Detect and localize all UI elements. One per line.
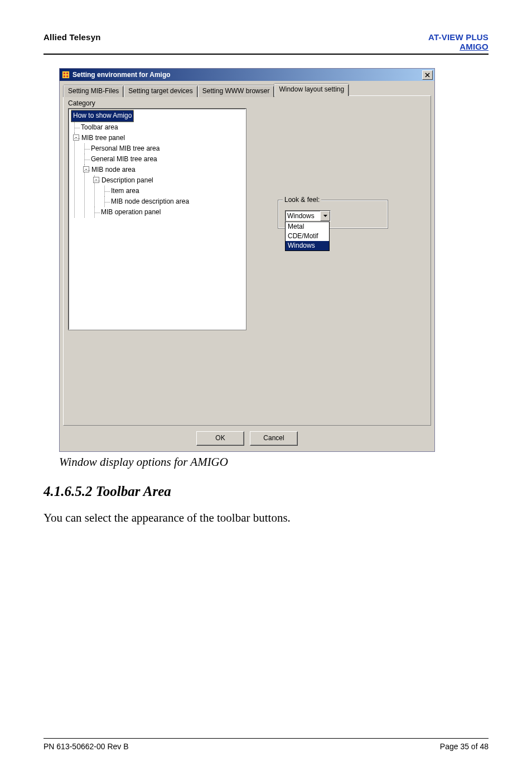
tree-label: MIB operation panel: [101, 208, 161, 216]
combo-value: Windows: [287, 212, 315, 220]
collapse-icon[interactable]: -: [83, 166, 89, 172]
footer-rule: [43, 738, 489, 739]
tab-label: Setting target devices: [128, 87, 192, 95]
tree-label: General MIB tree area: [91, 155, 157, 163]
tab-label: Setting MIB-Files: [68, 87, 119, 95]
svg-point-2: [66, 73, 69, 75]
tree-label: Item area: [111, 187, 139, 195]
collapse-icon[interactable]: -: [73, 134, 79, 141]
tab-mib-files[interactable]: Setting MIB-Files: [63, 85, 124, 97]
app-icon: [62, 71, 70, 79]
look-and-feel-group: Look & feel: Windows Metal: [278, 200, 388, 229]
tree-label: Description panel: [101, 176, 153, 184]
category-label: Category: [68, 99, 426, 107]
dialog-buttons: OK Cancel: [63, 431, 431, 446]
titlebar[interactable]: Setting environment for Amigo: [60, 69, 434, 81]
tree-label: MIB tree panel: [81, 134, 125, 142]
header-model: AMIGO: [428, 42, 489, 51]
combo-option-windows[interactable]: Windows: [286, 241, 329, 250]
tree-item-description-panel[interactable]: -Description panel Item area MIB node de…: [101, 175, 246, 207]
header-vendor: Allied Telesyn: [43, 32, 101, 51]
collapse-icon[interactable]: -: [93, 177, 99, 183]
tree-label: MIB node area: [91, 166, 136, 174]
footer-page-number: Page 35 of 48: [440, 742, 489, 751]
svg-point-3: [64, 75, 66, 78]
tree-item-toolbar-area[interactable]: Toolbar area: [81, 122, 246, 133]
tree-item-node-desc-area[interactable]: MIB node description area: [111, 196, 246, 207]
footer-part-number: PN 613-50662-00 Rev B: [43, 742, 129, 751]
tree-item-mib-node-area[interactable]: -MIB node area -Description panel Item a…: [91, 165, 246, 218]
tab-target-devices[interactable]: Setting target devices: [123, 85, 197, 97]
tree-root[interactable]: How to show Amigo Toolbar area -MIB tree…: [71, 110, 246, 218]
svg-point-4: [66, 75, 69, 78]
dialog-title: Setting environment for Amigo: [72, 71, 171, 79]
svg-point-1: [64, 73, 66, 75]
tree-label: Personal MIB tree area: [91, 144, 159, 152]
tree-item-item-area[interactable]: Item area: [111, 186, 246, 196]
page-footer: PN 613-50662-00 Rev B Page 35 of 48: [43, 738, 489, 751]
tab-label: Window layout setting: [279, 85, 344, 93]
tree-item-mib-tree-panel[interactable]: -MIB tree panel Personal MIB tree area G…: [81, 133, 246, 218]
tab-page-window-layout: Category How to show Amigo Toolbar area …: [63, 95, 431, 426]
header-product: AT-VIEW PLUS: [428, 32, 489, 42]
dropdown-button[interactable]: [320, 211, 330, 221]
figure-caption: Window display options for AMIGO: [59, 455, 489, 469]
body-paragraph: You can select the appearance of the too…: [43, 510, 489, 526]
header-rule: [43, 54, 489, 55]
tab-label: Setting WWW browser: [202, 87, 270, 95]
ok-button[interactable]: OK: [196, 431, 244, 446]
options-pane: Look & feel: Windows Metal: [251, 108, 426, 421]
tree-item-personal-mib[interactable]: Personal MIB tree area: [91, 143, 246, 154]
section-heading: 4.1.6.5.2 Toolbar Area: [43, 484, 489, 499]
tree-label: Toolbar area: [81, 123, 118, 131]
tab-www-browser[interactable]: Setting WWW browser: [197, 85, 275, 97]
close-button[interactable]: [422, 70, 433, 80]
combo-option-cdemotif[interactable]: CDE/Motif: [286, 232, 329, 241]
category-tree[interactable]: How to show Amigo Toolbar area -MIB tree…: [68, 108, 246, 330]
look-and-feel-list[interactable]: Metal CDE/Motif Windows: [285, 221, 330, 251]
look-and-feel-legend: Look & feel:: [283, 196, 321, 204]
tree-item-general-mib[interactable]: General MIB tree area: [91, 154, 246, 165]
tree-root-label: How to show Amigo: [71, 110, 134, 122]
tree-item-operation-panel[interactable]: MIB operation panel: [101, 207, 246, 218]
tab-bar: Setting MIB-Files Setting target devices…: [63, 83, 431, 96]
settings-dialog: Setting environment for Amigo Setting MI…: [59, 68, 435, 452]
look-and-feel-combo[interactable]: Windows: [285, 210, 331, 221]
tab-window-layout[interactable]: Window layout setting: [274, 83, 349, 96]
cancel-button[interactable]: Cancel: [250, 431, 298, 446]
chevron-down-icon: [323, 215, 327, 217]
svg-rect-0: [62, 71, 69, 78]
close-icon: [425, 73, 430, 78]
tree-label: MIB node description area: [111, 197, 189, 205]
combo-option-metal[interactable]: Metal: [286, 222, 329, 232]
